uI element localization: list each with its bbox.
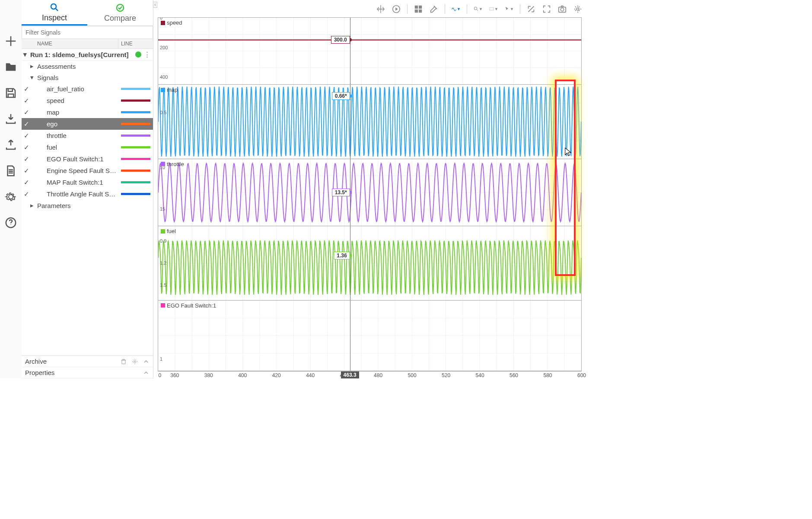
zoom-in-time-icon[interactable]: ▼: [473, 4, 483, 14]
tab-inspect-label: Inspect: [42, 13, 67, 22]
node-assessments[interactable]: ▸Assessments: [22, 61, 153, 72]
signal-name: speed: [31, 97, 118, 104]
visualization-type-icon[interactable]: ▼: [451, 4, 461, 14]
plot-settings-icon[interactable]: [573, 4, 583, 14]
signal-checkbox[interactable]: ✓: [22, 97, 31, 105]
cursor-line[interactable]: [350, 301, 350, 371]
signal-line-swatch: [118, 123, 153, 125]
help-icon[interactable]: [4, 216, 17, 229]
chevron-up-icon[interactable]: [143, 369, 150, 376]
x-tick: 400: [238, 372, 247, 378]
run-menu-icon[interactable]: ⋮: [144, 51, 150, 58]
cursor-line[interactable]: [350, 226, 350, 300]
subplot-throttle[interactable]: 1015throttle13.5*: [158, 159, 581, 226]
signal-line-swatch: [118, 193, 153, 195]
signal-row[interactable]: ✓ ego: [22, 118, 153, 130]
signal-table-header: NAME LINE: [22, 39, 153, 49]
status-dot-icon: [135, 51, 141, 58]
signal-checkbox[interactable]: ✓: [22, 85, 31, 93]
node-signals[interactable]: ▾Signals: [22, 72, 153, 83]
plot-toolbar: ▼ ▼ ▼ ▼: [376, 3, 583, 16]
layout-grid-icon[interactable]: [414, 4, 423, 14]
tab-compare[interactable]: Compare: [87, 0, 153, 26]
subplot-label: map: [161, 86, 178, 93]
trash-icon[interactable]: [120, 358, 127, 365]
svg-rect-8: [419, 10, 422, 13]
folder-icon[interactable]: [4, 61, 17, 74]
signal-line-swatch: [118, 88, 153, 90]
signal-checkbox[interactable]: ✓: [22, 155, 31, 163]
signal-line-swatch: [118, 181, 153, 183]
signal-name: ego: [31, 120, 118, 128]
signal-row[interactable]: ✓ Throttle Angle Fault Switch:1: [22, 188, 153, 200]
save-icon[interactable]: [4, 86, 17, 99]
gear-icon[interactable]: [131, 358, 138, 365]
y-tick: 1.5: [160, 282, 166, 288]
signal-line-swatch: [118, 99, 153, 102]
x-tick: 560: [509, 372, 518, 378]
tab-compare-label: Compare: [104, 14, 136, 23]
signal-checkbox[interactable]: ✓: [22, 144, 31, 151]
signal-checkbox[interactable]: ✓: [22, 120, 31, 128]
x-tick: 360: [170, 372, 179, 378]
collapse-sidebar-handle[interactable]: ‹: [153, 2, 157, 8]
x-tick: 480: [374, 372, 382, 378]
signal-row[interactable]: ✓ air_fuel_ratio: [22, 83, 153, 95]
filter-signals-input[interactable]: [22, 26, 153, 39]
maximize-icon[interactable]: [542, 4, 551, 14]
add-icon[interactable]: [4, 35, 17, 48]
archive-section[interactable]: Archive: [22, 356, 153, 367]
svg-rect-10: [490, 8, 494, 11]
subplot-ego-fault-switch-1[interactable]: 1EGO Fault Switch:1: [158, 301, 581, 371]
svg-point-13: [576, 8, 579, 10]
signal-row[interactable]: ✓ throttle: [22, 130, 153, 141]
fit-to-view-icon[interactable]: ▼: [489, 4, 498, 14]
signal-row[interactable]: ✓ Engine Speed Fault Switch:1: [22, 165, 153, 176]
export-icon[interactable]: [4, 138, 17, 151]
signal-line-swatch: [118, 146, 153, 148]
svg-rect-6: [419, 6, 422, 9]
properties-section[interactable]: Properties: [22, 367, 153, 378]
signal-row[interactable]: ✓ EGO Fault Switch:1: [22, 153, 153, 165]
expand-icon[interactable]: ▾: [23, 51, 29, 58]
signal-checkbox[interactable]: ✓: [22, 167, 31, 175]
document-icon[interactable]: [4, 164, 17, 177]
x-tick: 0: [159, 372, 162, 378]
signal-checkbox[interactable]: ✓: [22, 179, 31, 186]
x-axis: 3603804004204404604805005205405605806004…: [158, 372, 582, 378]
signal-checkbox[interactable]: ✓: [22, 109, 31, 116]
settings-icon[interactable]: [4, 190, 17, 203]
clear-icon[interactable]: [429, 4, 439, 14]
signal-name: Engine Speed Fault Switch:1: [31, 167, 118, 174]
svg-point-9: [474, 7, 477, 10]
col-line: LINE: [118, 39, 153, 48]
run-row[interactable]: ▾ Run 1: sldemo_fuelsys[Current] ⋮: [22, 49, 153, 61]
subplot-label: speed: [161, 19, 182, 26]
subplot-speed[interactable]: 0200400speed300.0: [158, 18, 581, 85]
cursor-value-badge: 13.5*: [332, 189, 350, 196]
tab-inspect[interactable]: Inspect: [22, 0, 87, 26]
mouse-cursor-icon: [564, 147, 572, 157]
data-cursor-icon[interactable]: ▼: [504, 4, 514, 14]
subplot-map[interactable]: 0.5map0.66*: [158, 85, 581, 159]
signal-checkbox[interactable]: ✓: [22, 132, 31, 140]
node-parameters[interactable]: ▸Parameters: [22, 200, 153, 211]
y-tick: 0.5: [160, 110, 166, 115]
play-icon[interactable]: [392, 4, 401, 14]
y-tick: 15: [160, 206, 165, 211]
app-left-toolbar: [0, 0, 22, 378]
cursor-line[interactable]: [350, 18, 350, 84]
import-icon[interactable]: [4, 112, 17, 125]
signal-row[interactable]: ✓ fuel: [22, 141, 153, 153]
expand-diagonal-icon[interactable]: [526, 4, 536, 14]
axes-stack[interactable]: 0200400speed300.00.5map0.66*1015throttle…: [158, 17, 582, 372]
signal-row[interactable]: ✓ speed: [22, 95, 153, 106]
y-tick: 400: [160, 74, 168, 80]
chevron-up-icon[interactable]: [143, 358, 150, 365]
signal-row[interactable]: ✓ map: [22, 106, 153, 118]
signal-row[interactable]: ✓ MAP Fault Switch:1: [22, 176, 153, 188]
pan-icon[interactable]: [376, 4, 385, 14]
signal-checkbox[interactable]: ✓: [22, 190, 31, 198]
subplot-fuel[interactable]: 0.91.21.5fuel1.36: [158, 226, 581, 301]
snapshot-icon[interactable]: [557, 4, 567, 14]
